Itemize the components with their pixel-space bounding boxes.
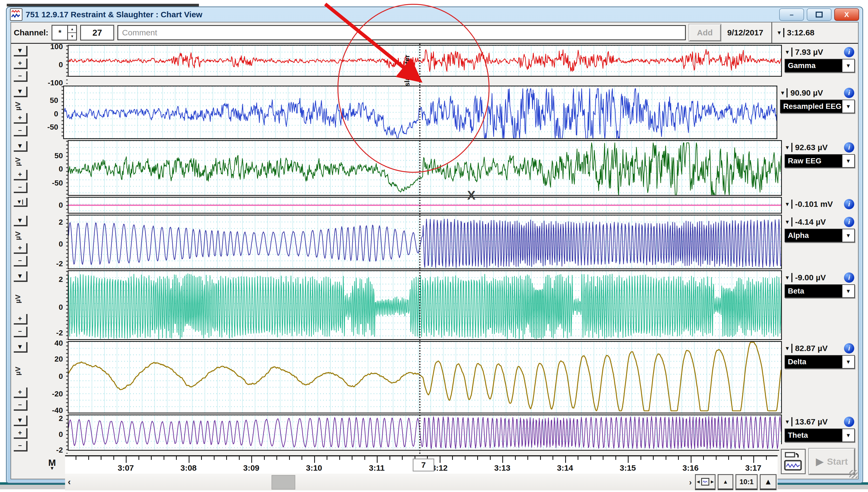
- time-ratio-button[interactable]: 10:1: [736, 474, 758, 490]
- channel-scale-dropdown[interactable]: ▼: [14, 416, 28, 426]
- channel-scale-dropdown[interactable]: ▼: [14, 342, 28, 353]
- window-title: 751 12.9.17 Restraint & Slaughter : Char…: [26, 10, 202, 19]
- value-dropdown[interactable]: ▼: [780, 88, 788, 97]
- device-monitor-button[interactable]: [781, 449, 806, 474]
- channel-number-box[interactable]: 27: [80, 25, 114, 41]
- channel-zoom-out-button[interactable]: −: [14, 71, 28, 82]
- info-icon[interactable]: i: [844, 217, 854, 227]
- maximize-button[interactable]: [807, 8, 832, 21]
- channel-zoom-in-button[interactable]: +: [14, 314, 28, 325]
- channel-zoom-in-button[interactable]: +: [14, 58, 28, 69]
- channel-row: ▼µV+− 20-2 ▼ -4.14 µV i Alpha ▼: [11, 215, 858, 269]
- channel-zoom-in-button[interactable]: +: [14, 428, 28, 439]
- channel-scale-dropdown[interactable]: ▼: [14, 271, 28, 282]
- horizontal-scrollbar[interactable]: ‹ › ◄ ► ▲ 10:1 ▲: [65, 474, 777, 490]
- compress-traces-button[interactable]: ◄ ►: [695, 474, 715, 490]
- channel-zoom-out-button[interactable]: −: [14, 441, 28, 451]
- channel-zoom-in-button[interactable]: +: [14, 170, 28, 180]
- scroll-left-icon[interactable]: ‹: [68, 476, 71, 487]
- channel-selector[interactable]: Raw EEG ▼: [785, 154, 855, 168]
- value-dropdown[interactable]: ▼: [785, 143, 792, 152]
- zoom-out-time-button[interactable]: ▲: [718, 474, 733, 490]
- channel-value: 7.93 µV: [795, 48, 823, 57]
- info-icon[interactable]: i: [844, 199, 854, 209]
- add-comment-button[interactable]: Add: [689, 24, 721, 41]
- comment-marker-flag[interactable]: 7: [413, 459, 434, 471]
- info-icon[interactable]: i: [844, 343, 854, 353]
- channel-row: ▼µV+− 20-2 ▼ -9.00 µV i Beta ▼: [11, 270, 858, 340]
- close-button[interactable]: X: [834, 8, 859, 21]
- value-dropdown[interactable]: ▼: [785, 273, 792, 282]
- channel-selector[interactable]: Gamma ▼: [785, 59, 855, 72]
- waveform-plot[interactable]: [68, 270, 782, 340]
- channel-zoom-out-button[interactable]: −: [14, 327, 28, 337]
- waveform-plot[interactable]: [68, 45, 782, 77]
- channel-zoom-in-button[interactable]: +: [14, 113, 28, 124]
- waveform-plot[interactable]: [68, 341, 782, 413]
- value-dropdown[interactable]: ▼: [785, 48, 792, 57]
- info-icon[interactable]: i: [844, 142, 854, 153]
- resize-grip[interactable]: [849, 470, 858, 478]
- marker-tool[interactable]: M ▼: [48, 459, 56, 470]
- channel-scale-dropdown[interactable]: ▼: [14, 141, 28, 152]
- channel-scale-controls: ▼µV+−: [11, 215, 37, 269]
- titlebar[interactable]: 751 12.9.17 Restraint & Slaughter : Char…: [7, 7, 862, 22]
- channel-selector[interactable]: Alpha ▼: [785, 229, 855, 242]
- scroll-right-icon[interactable]: ›: [689, 478, 692, 487]
- minor-tick: [465, 457, 465, 460]
- minor-tick: [201, 457, 202, 460]
- waveform-plot[interactable]: [68, 140, 782, 196]
- info-icon[interactable]: i: [844, 272, 854, 283]
- channel-zoom-out-button[interactable]: −: [14, 126, 28, 137]
- y-tick-label: 0: [58, 372, 63, 381]
- y-axis: 40200-20-40: [37, 341, 68, 413]
- value-dropdown[interactable]: ▼: [785, 417, 792, 426]
- comment-input[interactable]: [118, 25, 686, 40]
- channel-selector[interactable]: Delta ▼: [785, 355, 855, 369]
- y-tick-label: 0: [58, 60, 63, 69]
- value-dropdown[interactable]: ▼: [785, 200, 792, 209]
- spinner-down-icon[interactable]: ▼: [68, 33, 76, 40]
- channel-name: Theta: [785, 431, 808, 440]
- time-axis[interactable]: 7 3:073:083:093:103:113:123:133:143:153:…: [65, 455, 777, 474]
- zoom-in-time-button[interactable]: ▲: [760, 474, 776, 490]
- channel-scale-dropdown[interactable]: ▼|: [14, 198, 28, 207]
- minimize-button[interactable]: –: [779, 8, 804, 21]
- value-dropdown[interactable]: ▼: [785, 344, 792, 353]
- spinner-up-icon[interactable]: ▲: [68, 26, 76, 33]
- channel-unit-label: µV: [14, 102, 23, 110]
- minor-tick: [678, 457, 679, 460]
- waveform-plot[interactable]: [68, 215, 782, 269]
- channel-unit-label: µV: [14, 157, 23, 166]
- channel-value: -9.00 µV: [795, 273, 826, 282]
- waveform-plot[interactable]: [68, 415, 782, 451]
- channel-spinner[interactable]: * ▲ ▼: [52, 25, 77, 41]
- time-tick-label: 3:09: [243, 463, 259, 472]
- time-dropdown[interactable]: ▼: [776, 28, 784, 37]
- chevron-down-icon: ▼: [785, 219, 790, 225]
- minor-tick: [653, 457, 654, 460]
- channel-scale-dropdown[interactable]: ▼: [14, 216, 28, 226]
- channel-scale-dropdown[interactable]: ▼: [14, 46, 28, 56]
- info-icon[interactable]: i: [844, 88, 854, 98]
- channel-selector[interactable]: Theta ▼: [785, 428, 855, 442]
- channel-zoom-in-button[interactable]: +: [14, 243, 28, 254]
- minor-tick: [226, 457, 227, 460]
- minor-tick: [76, 457, 76, 460]
- channel-selector[interactable]: Beta ▼: [785, 284, 855, 298]
- minor-tick: [603, 457, 604, 460]
- channel-zoom-out-button[interactable]: −: [14, 256, 28, 267]
- channel-zoom-out-button[interactable]: −: [14, 400, 28, 411]
- value-dropdown[interactable]: ▼: [785, 217, 792, 226]
- y-tick-label: 2: [58, 275, 63, 284]
- waveform-plot[interactable]: [68, 197, 782, 214]
- channel-scale-dropdown[interactable]: ▼: [14, 87, 28, 97]
- channel-zoom-out-button[interactable]: −: [14, 182, 28, 193]
- info-icon[interactable]: i: [844, 47, 854, 57]
- start-button[interactable]: ▶ Start: [809, 448, 855, 474]
- play-icon: ▶: [816, 456, 824, 467]
- channel-zoom-in-button[interactable]: +: [14, 388, 28, 398]
- channel-selector[interactable]: Resampled EEG ▼: [780, 100, 855, 113]
- info-icon[interactable]: i: [844, 417, 854, 427]
- scrollbar-thumb[interactable]: [272, 475, 295, 490]
